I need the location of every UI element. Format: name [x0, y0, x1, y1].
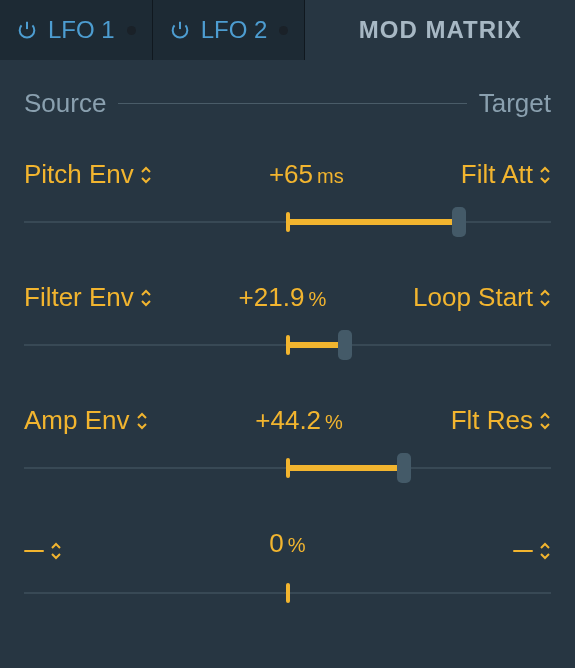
- chevron-up-down-icon: [50, 541, 62, 561]
- chevron-up-down-icon: [140, 165, 152, 185]
- header-row: Source Target: [24, 88, 551, 119]
- chevron-up-down-icon: [539, 288, 551, 308]
- amount-slider[interactable]: [24, 579, 551, 607]
- slider-thumb[interactable]: [338, 330, 352, 360]
- mod-row: Filter Env +21.9% Loop Start: [24, 282, 551, 359]
- tab-mod-matrix-label: MOD MATRIX: [359, 16, 522, 44]
- source-label: Pitch Env: [24, 159, 134, 190]
- slider-thumb[interactable]: [397, 453, 411, 483]
- tab-mod-matrix[interactable]: MOD MATRIX: [305, 0, 575, 60]
- source-label: Amp Env: [24, 405, 130, 436]
- amount-value[interactable]: 0%: [62, 528, 513, 559]
- target-dropdown[interactable]: Flt Res: [451, 405, 551, 436]
- amount-value[interactable]: +21.9%: [152, 282, 413, 313]
- power-icon: [16, 19, 38, 41]
- slider-thumb[interactable]: [452, 207, 466, 237]
- source-label-empty: [24, 550, 44, 553]
- target-label: Flt Res: [451, 405, 533, 436]
- target-dropdown[interactable]: Filt Att: [461, 159, 551, 190]
- amount-slider[interactable]: [24, 331, 551, 359]
- target-label: Filt Att: [461, 159, 533, 190]
- mod-matrix-panel: Source Target Pitch Env +65ms Filt Att: [0, 60, 575, 607]
- chevron-up-down-icon: [140, 288, 152, 308]
- mod-row: Amp Env +44.2% Flt Res: [24, 405, 551, 482]
- source-label: Filter Env: [24, 282, 134, 313]
- amount-slider[interactable]: [24, 208, 551, 236]
- target-dropdown[interactable]: Loop Start: [413, 282, 551, 313]
- lfo2-indicator-dot: [279, 26, 288, 35]
- target-label: Loop Start: [413, 282, 533, 313]
- chevron-up-down-icon: [539, 165, 551, 185]
- header-target: Target: [479, 88, 551, 119]
- slider-fill: [288, 465, 404, 471]
- chevron-up-down-icon: [136, 411, 148, 431]
- lfo1-indicator-dot: [127, 26, 136, 35]
- slider-center-mark: [286, 583, 290, 603]
- chevron-up-down-icon: [539, 541, 551, 561]
- source-dropdown[interactable]: [24, 541, 62, 561]
- header-source: Source: [24, 88, 106, 119]
- header-divider: [118, 103, 466, 104]
- amount-value[interactable]: +65ms: [152, 159, 461, 190]
- tab-lfo2-label: LFO 2: [201, 16, 268, 44]
- tab-lfo1[interactable]: LFO 1: [0, 0, 153, 60]
- slider-fill: [288, 219, 459, 225]
- target-label-empty: [513, 550, 533, 553]
- mod-row: Pitch Env +65ms Filt Att: [24, 159, 551, 236]
- chevron-up-down-icon: [539, 411, 551, 431]
- source-dropdown[interactable]: Filter Env: [24, 282, 152, 313]
- amount-value[interactable]: +44.2%: [148, 405, 451, 436]
- tab-lfo2[interactable]: LFO 2: [153, 0, 306, 60]
- target-dropdown[interactable]: [513, 541, 551, 561]
- mod-row: 0%: [24, 528, 551, 607]
- tab-bar: LFO 1 LFO 2 MOD MATRIX: [0, 0, 575, 60]
- power-icon: [169, 19, 191, 41]
- source-dropdown[interactable]: Pitch Env: [24, 159, 152, 190]
- source-dropdown[interactable]: Amp Env: [24, 405, 148, 436]
- tab-lfo1-label: LFO 1: [48, 16, 115, 44]
- slider-fill: [288, 342, 346, 348]
- amount-slider[interactable]: [24, 454, 551, 482]
